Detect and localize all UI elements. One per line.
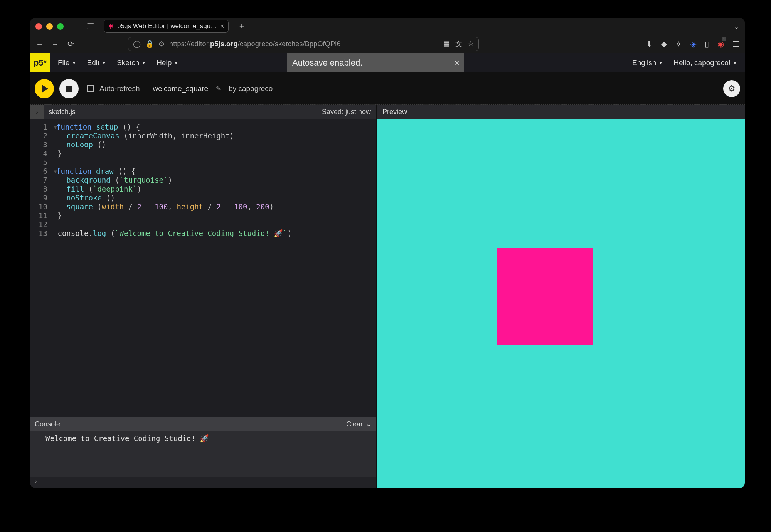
sketch-name[interactable]: welcome_square [153,84,209,93]
p5-logo[interactable]: p5* [30,53,50,72]
preview-title: Preview [382,108,407,116]
browser-toolbar-right: ⬇ ◆ ✧ ◈ ▯ ◉1 ☰ [646,39,739,49]
preview-header: Preview [377,105,745,119]
extension-icon[interactable]: ◆ [661,39,667,49]
toolbar: Auto-refresh welcome_square ✎ by capogre… [30,72,745,105]
tab-close-icon[interactable]: × [220,22,224,30]
extension-badge-icon[interactable]: ◉1 [717,39,724,49]
p5-app: p5* File▼ Edit▼ Sketch▼ Help▼ Autosave e… [30,53,745,488]
maximize-window-icon[interactable] [57,23,64,30]
titlebar: ✱ p5.js Web Editor | welcome_squ… × + ⌄ [30,18,745,35]
tab-title: p5.js Web Editor | welcome_squ… [117,22,217,30]
console-title: Console [35,420,60,428]
sidebar-toggle-button[interactable]: › [30,105,44,119]
reload-button[interactable]: ⟳ [66,39,75,49]
browser-window: ✱ p5.js Web Editor | welcome_squ… × + ⌄ … [30,18,745,488]
back-button[interactable]: ← [35,40,44,49]
console-prompt-icon: › [35,478,37,485]
tabs-dropdown-icon[interactable]: ⌄ [734,22,739,30]
preview-column: Preview [377,105,745,488]
menu-items: File▼ Edit▼ Sketch▼ Help▼ [58,59,178,67]
address-bar: ← → ⟳ ◯ 🔒 ⚙ https://editor.p5js.org/capo… [30,35,745,53]
console-line: Welcome to Creative Coding Studio! 🚀 [45,434,209,443]
console-header: Console Clear⌄ [30,417,376,431]
autosave-toast: Autosave enabled. × [287,53,464,72]
translate-icon[interactable]: 文 [455,39,462,49]
app-menubar: p5* File▼ Edit▼ Sketch▼ Help▼ Autosave e… [30,53,745,72]
bookmark-icon[interactable]: ☆ [468,39,474,49]
toast-close-icon[interactable]: × [454,57,460,68]
close-window-icon[interactable] [35,23,42,30]
download-icon[interactable]: ⬇ [646,39,653,49]
tabgroup-icon[interactable] [87,23,94,29]
extension-blue-icon[interactable]: ◈ [690,39,696,49]
settings-button[interactable]: ⚙ [723,80,740,97]
console-input[interactable]: › [30,477,376,488]
code-editor[interactable]: 12345678910111213 ▾function setup () { c… [30,119,376,417]
file-name[interactable]: sketch.js [49,108,76,116]
url-input[interactable]: ◯ 🔒 ⚙ https://editor.p5js.org/capogreco/… [128,37,479,51]
permissions-icon: ⚙ [158,40,165,48]
shield-icon: ◯ [133,40,141,48]
play-button[interactable] [35,79,54,98]
menu-icon[interactable]: ☰ [732,39,739,49]
extensions-icon[interactable]: ✧ [675,39,682,49]
url-text: https://editor.p5js.org/capogreco/sketch… [169,40,341,48]
stop-button[interactable] [59,79,79,98]
auto-refresh-label: Auto-refresh [99,84,140,93]
browser-tab[interactable]: ✱ p5.js Web Editor | welcome_squ… × [104,20,229,33]
extension-doc-icon[interactable]: ▯ [705,39,709,49]
console-clear-button[interactable]: Clear⌄ [346,420,372,428]
menu-edit[interactable]: Edit▼ [87,59,106,67]
toast-text: Autosave enabled. [292,58,362,68]
code-body[interactable]: ▾function setup () { createCanvas (inner… [51,119,292,417]
line-gutter: 12345678910111213 [30,119,51,417]
workspace: › sketch.js Saved: just now 123456789101… [30,105,745,488]
menu-help[interactable]: Help▼ [157,59,178,67]
preview-square [497,248,593,345]
save-status: Saved: just now [322,108,376,116]
tab-favicon-icon: ✱ [108,23,114,29]
sketch-author: by capogreco [229,84,273,93]
minimize-window-icon[interactable] [46,23,53,30]
new-tab-button[interactable]: + [239,21,244,31]
menu-sketch[interactable]: Sketch▼ [117,59,146,67]
account-menu[interactable]: Hello, capogreco!▼ [673,59,737,67]
editor-column: › sketch.js Saved: just now 123456789101… [30,105,377,488]
menu-file[interactable]: File▼ [58,59,76,67]
console-output[interactable]: Welcome to Creative Coding Studio! 🚀 [30,431,376,477]
lock-icon: 🔒 [145,40,154,48]
window-controls [35,23,64,30]
language-selector[interactable]: English▼ [632,59,663,67]
reader-mode-icon[interactable]: ▤ [443,39,450,49]
auto-refresh-checkbox[interactable] [87,85,94,92]
forward-button[interactable]: → [51,40,59,49]
preview-canvas[interactable] [377,119,745,488]
file-tab-bar: › sketch.js Saved: just now [30,105,376,119]
edit-name-icon[interactable]: ✎ [216,85,221,92]
